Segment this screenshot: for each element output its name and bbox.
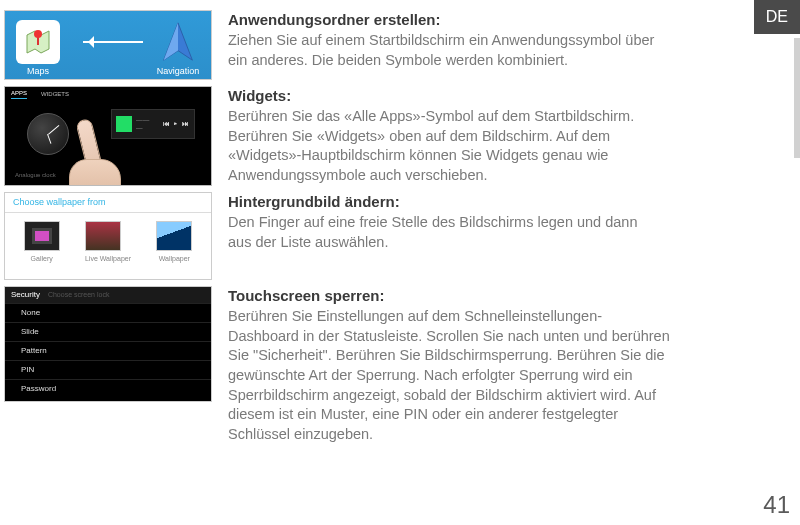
wallpaper-icon: [156, 221, 192, 251]
section-heading: Widgets:: [228, 86, 660, 106]
tab-apps: APPS: [11, 89, 27, 99]
app-label: Navigation: [151, 65, 205, 77]
wallpaper-option-static: Wallpaper: [156, 221, 192, 263]
thumbnail-widgets: APPS WIDGETS –––––– ⏮ ▶ ⏭ Analogue clock: [4, 86, 212, 186]
app-icon-navigation: Navigation: [151, 20, 205, 77]
option-label: Live Wallpaper: [85, 255, 131, 262]
thumbnail-caption: Analogue clock: [15, 171, 56, 179]
navigation-arrow-icon: [156, 19, 200, 65]
lock-option-pattern: Pattern: [5, 341, 211, 360]
thumbnail-wallpaper: Choose wallpaper from Gallery Live Wallp…: [4, 192, 212, 280]
section-body: Ziehen Sie auf einem Startbildschirm ein…: [228, 31, 660, 70]
thumbnail-security: Security Choose screen lock None Slide P…: [4, 286, 212, 402]
tabs-bar: APPS WIDGETS: [5, 87, 211, 101]
touch-hand-icon: [63, 119, 125, 186]
app-icon-maps: Maps: [11, 20, 65, 77]
live-wallpaper-icon: [85, 221, 121, 251]
media-title: ––––––: [136, 116, 159, 132]
lock-option-none: None: [5, 303, 211, 322]
section-widgets: APPS WIDGETS –––––– ⏮ ▶ ⏭ Analogue clock…: [0, 86, 800, 186]
media-controls-icon: ⏮ ▶ ⏭: [163, 119, 190, 128]
section-body: Den Finger auf eine freie Stelle des Bil…: [228, 213, 660, 252]
wallpaper-option-gallery: Gallery: [24, 221, 60, 263]
option-label: Wallpaper: [159, 255, 190, 262]
wallpaper-dialog-title: Choose wallpaper from: [5, 193, 211, 213]
gallery-icon: [24, 221, 60, 251]
language-badge: DE: [754, 0, 800, 34]
section-body: Berühren Sie Einstellungen auf dem Schne…: [228, 307, 670, 444]
tab-widgets: WIDGETS: [41, 90, 69, 98]
section-create-folder: Maps Navigation Anwendungsordner erstell…: [0, 10, 800, 80]
section-body: Berühren Sie das «Alle Apps»-Symbol auf …: [228, 107, 660, 185]
option-label: Gallery: [31, 255, 53, 262]
lock-options-list: None Slide Pattern PIN Password: [5, 303, 211, 398]
lock-option-pin: PIN: [5, 360, 211, 379]
section-heading: Hintergrundbild ändern:: [228, 192, 660, 212]
section-wallpaper: Choose wallpaper from Gallery Live Wallp…: [0, 192, 800, 280]
page-edge-tab: [794, 38, 800, 158]
lock-option-password: Password: [5, 379, 211, 398]
app-label: Maps: [11, 65, 65, 77]
arrow-left-icon: [83, 41, 143, 43]
security-subtitle: Choose screen lock: [48, 290, 109, 299]
section-heading: Anwendungsordner erstellen:: [228, 10, 660, 30]
security-header: Security Choose screen lock: [5, 287, 211, 303]
section-heading: Touchscreen sperren:: [228, 286, 670, 306]
svg-point-2: [34, 30, 42, 38]
svg-rect-4: [35, 231, 49, 241]
page-number: 41: [763, 489, 790, 521]
maps-icon: [23, 27, 53, 57]
security-title: Security: [11, 290, 40, 301]
lock-option-slide: Slide: [5, 322, 211, 341]
page-content: Maps Navigation Anwendungsordner erstell…: [0, 0, 800, 444]
thumbnail-create-folder: Maps Navigation: [4, 10, 212, 80]
wallpaper-option-live: Live Wallpaper: [85, 221, 131, 263]
section-lock-screen: Security Choose screen lock None Slide P…: [0, 286, 800, 444]
